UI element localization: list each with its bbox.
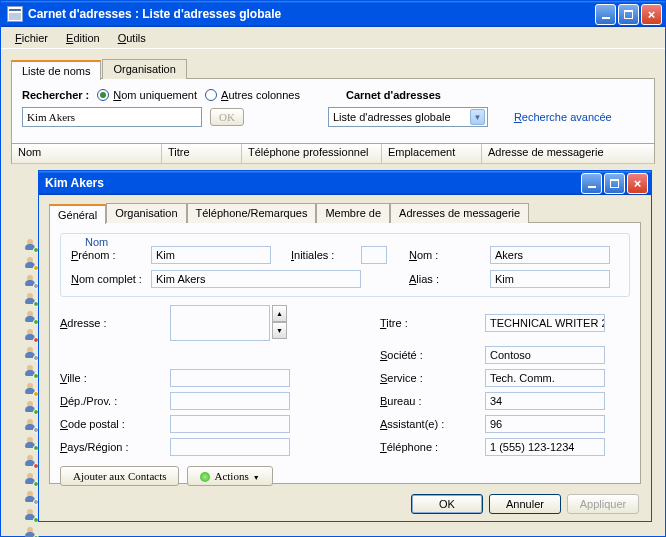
label-adresse: Adresse :: [60, 317, 160, 329]
field-adresse: [170, 305, 270, 341]
presence-icon: [23, 437, 39, 451]
dialog-panel-general: Nom Prénom : Kim Initiales : Nom : Akers…: [49, 222, 641, 484]
dialog-content: Général Organisation Téléphone/Remarques…: [39, 195, 651, 521]
chevron-down-icon: ▼: [470, 109, 485, 125]
col-title[interactable]: Titre: [162, 144, 242, 163]
presence-icon: [23, 455, 39, 469]
addressbook-select[interactable]: Liste d'adresses globale ▼: [328, 107, 488, 127]
apply-button[interactable]: Appliquer: [567, 494, 639, 514]
advanced-search-link[interactable]: Recherche avancée: [514, 111, 612, 123]
search-input[interactable]: [22, 107, 202, 127]
search-label: Rechercher :: [22, 89, 89, 101]
label-ville: Ville :: [60, 372, 160, 384]
dialog-tab-row: Général Organisation Téléphone/Remarques…: [49, 203, 641, 223]
presence-icon: [23, 383, 39, 397]
dialog-titlebar: Kim Akers ×: [39, 171, 651, 195]
addressbook-label: Carnet d'adresses: [346, 89, 441, 101]
label-telephone: Téléphone :: [380, 441, 475, 453]
presence-icon: [23, 419, 39, 433]
presence-icon: [23, 329, 39, 343]
field-bureau: 34: [485, 392, 605, 410]
label-nom: Nom :: [409, 249, 470, 261]
actions-button[interactable]: Actions▼: [187, 466, 272, 486]
tab-org[interactable]: Organisation: [102, 59, 186, 79]
radio-name-only[interactable]: Nom uniquement: [97, 89, 197, 101]
addr-down-button[interactable]: ▼: [272, 322, 287, 339]
presence-icon: [23, 311, 39, 325]
green-dot-icon: [200, 472, 210, 482]
maximize-button[interactable]: [618, 4, 639, 25]
field-ville: [170, 369, 290, 387]
label-titre: Titre :: [380, 317, 475, 329]
field-dep: [170, 392, 290, 410]
field-service: Tech. Comm.: [485, 369, 605, 387]
main-tab-row: Liste de noms Organisation: [11, 59, 655, 79]
tab-organisation[interactable]: Organisation: [106, 203, 186, 223]
presence-icon: [23, 347, 39, 361]
radio-checked-icon: [97, 89, 109, 101]
presence-icon: [23, 509, 39, 523]
addressbook-select-value: Liste d'adresses globale: [333, 111, 451, 123]
main-window-title: Carnet d'adresses : Liste d'adresses glo…: [28, 7, 595, 21]
name-fieldset-label: Nom: [81, 236, 112, 248]
label-bureau: Bureau :: [380, 395, 475, 407]
presence-icon: [23, 239, 39, 253]
contact-dialog: Kim Akers × Général Organisation Télépho…: [38, 170, 652, 522]
label-initiales: Initiales :: [291, 249, 361, 261]
dialog-title: Kim Akers: [45, 176, 581, 190]
label-cp: Code postal :: [60, 418, 160, 430]
presence-icon: [23, 365, 39, 379]
menu-file[interactable]: Fichier: [7, 30, 56, 46]
label-pays: Pays/Région :: [60, 441, 160, 453]
dialog-bottom-buttons: OK Annuler Appliquer: [411, 494, 639, 514]
radio-unchecked-icon: [205, 89, 217, 101]
field-assistant: 96: [485, 415, 605, 433]
label-prenom: Prénom :: [71, 249, 151, 261]
close-button[interactable]: ×: [641, 4, 662, 25]
presence-icon: [23, 293, 39, 307]
field-telephone: 1 (555) 123-1234: [485, 438, 605, 456]
presence-icon: [23, 491, 39, 505]
tab-phone[interactable]: Téléphone/Remarques: [187, 203, 317, 223]
add-to-contacts-button[interactable]: Ajouter aux Contacts: [60, 466, 179, 486]
label-assistant: Assistant(e) :: [380, 418, 475, 430]
radio-other-cols[interactable]: Autres colonnes: [205, 89, 300, 101]
field-titre: TECHNICAL WRITER 2: [485, 314, 605, 332]
col-location[interactable]: Emplacement: [382, 144, 482, 163]
label-dep: Dép./Prov. :: [60, 395, 160, 407]
presence-icon: [23, 275, 39, 289]
menu-tools[interactable]: Outils: [110, 30, 154, 46]
dialog-close-button[interactable]: ×: [627, 173, 648, 194]
presence-icon: [23, 257, 39, 271]
menubar: Fichier Edition Outils: [1, 27, 665, 49]
field-initiales: [361, 246, 387, 264]
tab-general[interactable]: Général: [49, 204, 106, 224]
minimize-button[interactable]: [595, 4, 616, 25]
dialog-minimize-button[interactable]: [581, 173, 602, 194]
ok-button[interactable]: OK: [411, 494, 483, 514]
menu-edit[interactable]: Edition: [58, 30, 108, 46]
field-alias: Kim: [490, 270, 610, 288]
label-societe: Société :: [380, 349, 475, 361]
search-ok-button[interactable]: OK: [210, 108, 244, 126]
col-phone[interactable]: Téléphone professionnel: [242, 144, 382, 163]
field-cp: [170, 415, 290, 433]
col-email[interactable]: Adresse de messagerie: [482, 144, 654, 163]
presence-icon: [23, 401, 39, 415]
field-nom: Akers: [490, 246, 610, 264]
label-service: Service :: [380, 372, 475, 384]
field-pays: [170, 438, 290, 456]
main-titlebar: Carnet d'adresses : Liste d'adresses glo…: [1, 1, 665, 27]
col-name[interactable]: Nom: [12, 144, 162, 163]
presence-list: [23, 239, 39, 537]
label-alias: Alias :: [409, 273, 470, 285]
addr-up-button[interactable]: ▲: [272, 305, 287, 322]
tab-names[interactable]: Liste de noms: [11, 60, 101, 80]
field-nom-complet: Kim Akers: [151, 270, 361, 288]
dialog-maximize-button[interactable]: [604, 173, 625, 194]
tab-email[interactable]: Adresses de messagerie: [390, 203, 529, 223]
cancel-button[interactable]: Annuler: [489, 494, 561, 514]
field-societe: Contoso: [485, 346, 605, 364]
tab-member[interactable]: Membre de: [316, 203, 390, 223]
field-prenom: Kim: [151, 246, 271, 264]
